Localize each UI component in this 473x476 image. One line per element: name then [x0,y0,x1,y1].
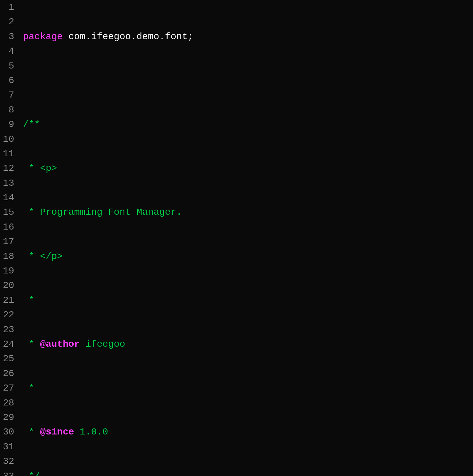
code-line-8: * @author ifeegoo [23,337,473,351]
line-num-18: 18 [2,249,14,264]
line-num-14: 14⊖ [2,190,14,205]
code-line-3: /** [23,117,473,132]
line-num-27: 27 [2,381,14,395]
code-line-9: * [23,381,473,395]
line-num-11: 11 [2,147,14,161]
line-num-24: 24 [2,337,14,351]
line-num-5: 5 [2,59,14,73]
line-num-22: 22 [2,308,14,322]
line-num-7: 7 [2,88,14,102]
line-num-20: 20 [2,278,14,293]
line-num-3: 3⊖ [2,29,14,44]
line-num-9: 9 [2,117,14,132]
line-num-16: 16 [2,220,14,234]
code-line-10: * @since 1.0.0 [23,425,473,439]
code-line-7: * [23,293,473,308]
line-num-31: 31 [2,440,14,454]
line-num-23: 23 [2,322,14,337]
line-numbers: 1 2 3⊖ 4 5 6 7 8 9 10 11 12 13 14⊖ 15 16… [0,0,18,476]
code-text: package com.ifeegoo.demo.font; /** * <p>… [18,0,473,476]
line-num-28: 28 [2,396,14,410]
code-line-2 [23,73,473,88]
code-line-5: * Programming Font Manager. [23,205,473,219]
line-num-10: 10 [2,132,14,147]
code-line-4: * <p> [23,161,473,176]
line-num-2: 2 [2,15,14,29]
line-num-8: 8 [2,103,14,117]
line-num-17: 17 [2,234,14,249]
line-num-13: 13 [2,176,14,190]
line-num-26: 26⊖ [2,366,14,381]
line-num-4: 4 [2,44,14,58]
code-line-6: * </p> [23,249,473,264]
line-num-12: 12 [2,161,14,176]
line-num-6: 6 [2,73,14,88]
line-num-21: 21 [2,293,14,308]
code-line-11: */ [23,469,473,476]
line-num-33: 33 [2,469,14,476]
line-num-32: 32 [2,454,14,469]
line-num-25: 25 [2,351,14,366]
code-editor: 1 2 3⊖ 4 5 6 7 8 9 10 11 12 13 14⊖ 15 16… [0,0,473,476]
line-num-29: 29 [2,410,14,425]
code-line-1: package com.ifeegoo.demo.font; [23,29,473,44]
line-num-30: 30 [2,425,14,439]
line-num-19: 19 [2,264,14,278]
line-num-15: 15 [2,205,14,219]
line-num-1: 1 [2,0,14,15]
